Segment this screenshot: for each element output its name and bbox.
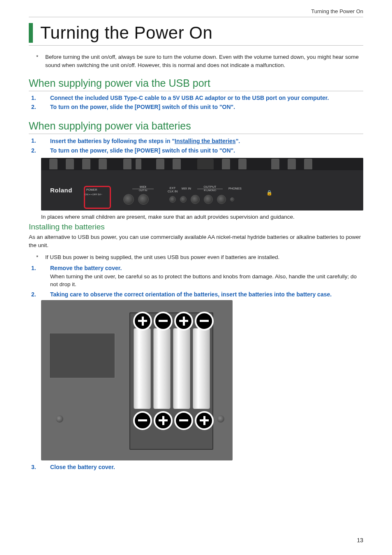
note-text: Before turning the unit on/off, always b…	[45, 53, 363, 69]
subsection-installing-batteries: Installing the batteries	[29, 222, 363, 231]
knob-icon	[238, 159, 247, 169]
plus-icon	[154, 411, 173, 430]
step-prefix: Insert the batteries by following the st…	[50, 138, 175, 144]
step-text: To turn on the power, slide the [POWER] …	[50, 147, 363, 154]
step-number: 2.	[29, 291, 50, 298]
step-number: 2.	[29, 147, 50, 154]
step-text: Connect the included USB Type-C cable to…	[50, 95, 363, 101]
jack-row	[123, 194, 234, 205]
battery-slot-icon	[193, 328, 210, 409]
install-note: * If USB bus power is being supplied, th…	[36, 253, 363, 261]
asterisk-marker: *	[36, 53, 45, 69]
minus-icon	[133, 411, 152, 430]
label: R L/MONO	[196, 189, 224, 192]
breadcrumb: Turning the Power On	[29, 8, 363, 14]
list-item: 2. To turn on the power, slide the [POWE…	[29, 147, 363, 154]
plus-icon	[133, 312, 152, 331]
step-suffix: ".	[236, 138, 240, 144]
knob-icon	[173, 159, 181, 169]
dot-icon	[230, 197, 234, 201]
list-item: 1. Insert the batteries by following the…	[29, 137, 363, 145]
compliance-label-icon	[49, 333, 115, 378]
knob-icon	[123, 159, 131, 169]
battery-slot-icon	[173, 328, 190, 409]
list-item: 1. Remove the battery cover. When turnin…	[29, 265, 363, 289]
title-bar: Turning the Power On	[29, 23, 363, 43]
rear-panel: Roland POWER ON ▪ ▪ OFF 5V⎓ MIDI OUT IN …	[41, 170, 363, 210]
step-subtext: When turning the unit over, be careful s…	[50, 273, 363, 289]
install-steps: 1. Remove the battery cover. When turnin…	[29, 265, 363, 298]
supervision-caption: In places where small children are prese…	[41, 214, 363, 220]
note-text: If USB bus power is being supplied, the …	[45, 253, 279, 261]
battery-slot-icon	[134, 328, 151, 409]
knob-icon	[49, 159, 58, 169]
step-body: Remove the battery cover. When turning t…	[50, 265, 363, 289]
knob-icon	[82, 159, 90, 169]
top-note: * Before turning the unit on/off, always…	[36, 53, 363, 69]
output-l-jack-icon	[204, 195, 213, 204]
mixin-jack-icon	[180, 196, 187, 203]
midi-in-jack-icon	[138, 194, 149, 205]
knob-icon	[66, 159, 74, 169]
install-steps-cont: 3. Close the battery cover.	[29, 464, 363, 470]
section-heading-usb: When supplying power via the USB port	[29, 77, 363, 91]
polarity-row-bottom	[132, 411, 214, 430]
list-item: 3. Close the battery cover.	[29, 464, 363, 470]
section-heading-batteries: When supplying power via batteries	[29, 120, 363, 134]
step-text: Insert the batteries by following the st…	[50, 137, 363, 145]
onoff-label: ON ▪ ▪ OFF 5V⎓	[85, 193, 102, 196]
power-label: POWER	[86, 188, 97, 191]
step-number: 1.	[29, 265, 50, 289]
list-item: 2. To turn on the power, slide the [POWE…	[29, 104, 363, 110]
battery-slot-icon	[153, 328, 171, 409]
step-number: 2.	[29, 104, 50, 110]
knob-icon	[197, 159, 214, 169]
list-item: 2. Taking care to observe the correct or…	[29, 291, 363, 298]
step-number: 1.	[29, 95, 50, 101]
asterisk-marker: *	[36, 253, 45, 261]
minus-icon	[174, 411, 193, 430]
phones-label: PHONES	[228, 187, 242, 190]
minus-icon	[154, 312, 173, 331]
step-text: Close the battery cover.	[50, 464, 363, 470]
lock-icon: 🔒	[266, 190, 272, 196]
brand-logo: Roland	[50, 187, 72, 194]
knob-icon	[99, 159, 107, 169]
step-number: 3.	[29, 464, 50, 470]
knob-icon	[304, 159, 312, 169]
step-text: To turn on the power, slide the [POWER] …	[50, 104, 363, 110]
label: MIDI	[132, 185, 154, 189]
phones-jack-icon	[217, 195, 226, 204]
divider	[29, 17, 363, 17]
knob-icon	[222, 159, 230, 169]
mixin-label: MIX IN	[182, 187, 191, 190]
list-item: 1. Connect the included USB Type-C cable…	[29, 95, 363, 101]
batt-steps: 1. Insert the batteries by following the…	[29, 137, 363, 154]
midi-out-jack-icon	[123, 194, 134, 205]
polarity-row-top	[132, 312, 214, 331]
output-r-jack-icon	[191, 195, 200, 204]
battery-compartment-image	[41, 300, 233, 460]
label: OUT IN	[131, 189, 155, 192]
divider	[29, 45, 363, 46]
plus-icon	[195, 411, 214, 430]
knob-icon	[271, 159, 279, 169]
screw-icon	[217, 415, 224, 423]
rear-panel-image: Roland POWER ON ▪ ▪ OFF 5V⎓ MIDI OUT IN …	[41, 158, 363, 210]
knob-icon	[136, 159, 141, 169]
output-label: OUTPUT R L/MONO	[196, 185, 224, 192]
ext-clk-label: EXT CLK IN	[168, 187, 178, 193]
install-intro: As an alternative to USB bus power, you …	[29, 233, 363, 249]
knob-icon	[288, 159, 296, 169]
page-number: 13	[357, 537, 363, 543]
step-text: Remove the battery cover.	[50, 265, 363, 271]
plus-icon	[174, 312, 193, 331]
link-installing-batteries[interactable]: Installing the batteries	[175, 138, 236, 144]
ext-clk-jack-icon	[169, 196, 176, 203]
page-title: Turning the Power On	[40, 23, 363, 43]
midi-label: MIDI OUT IN	[131, 185, 155, 192]
knob-icon	[156, 159, 164, 169]
minus-icon	[195, 312, 214, 331]
screw-icon	[56, 415, 63, 423]
label: OUTPUT	[197, 185, 223, 189]
